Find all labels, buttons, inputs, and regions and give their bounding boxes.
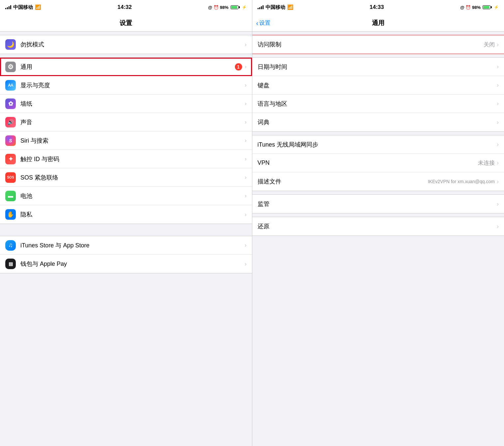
profile-label: 描述文件 (258, 178, 428, 185)
gear-icon (8, 63, 14, 71)
rgap4 (252, 213, 504, 217)
list-item-battery[interactable]: ▬ 电池 › (0, 187, 252, 205)
touchid-chevron: › (245, 155, 247, 162)
left-status-left: 中国移动 📶 (5, 4, 41, 11)
siri-icon: S (5, 135, 16, 146)
datetime-chevron: › (497, 63, 499, 70)
left-section2: 通用 1 › AA 显示与亮度 › ✿ 墙纸 › 🔊 声音 › (0, 57, 252, 224)
privacy-label: 隐私 (20, 210, 245, 218)
reset-chevron: › (497, 223, 499, 230)
left-status-bar: 中国移动 📶 14:32 @ ⏰ 98% ⚡ (0, 0, 252, 14)
wallpaper-icon: ✿ (5, 98, 16, 109)
general-label: 通用 (20, 63, 235, 71)
sos-chevron: › (245, 174, 247, 181)
right-section2: 日期与时间 › 键盘 › 语言与地区 › 词典 › (252, 57, 504, 132)
dnd-chevron: › (245, 41, 247, 48)
left-nav-bar: 设置 (0, 14, 252, 32)
list-item-supervision[interactable]: 监管 › (252, 195, 504, 213)
rgap2 (252, 132, 504, 135)
list-item-display[interactable]: AA 显示与亮度 › (0, 76, 252, 95)
language-label: 语言与地区 (258, 100, 497, 108)
sos-label: SOS 紧急联络 (20, 174, 245, 181)
itunes-chevron: › (245, 242, 247, 249)
dnd-icon: 🌙 (5, 39, 16, 50)
sounds-icon: 🔊 (5, 117, 16, 127)
display-label: 显示与亮度 (20, 81, 245, 89)
vpn-label: VPN (258, 159, 478, 166)
fangwen-chevron: › (497, 41, 499, 48)
general-icon (5, 62, 16, 72)
right-time: 14:33 (370, 4, 384, 11)
rgap3 (252, 191, 504, 194)
right-signal-bars (258, 5, 264, 9)
dictionary-chevron: › (497, 119, 499, 126)
profile-value: IKEv2VPN for xm.xuan@qq.com (428, 179, 495, 184)
right-nav-title: 通用 (372, 19, 384, 27)
right-section-fangwen: 访问限制 关闭 › (252, 35, 504, 54)
wallpaper-chevron: › (245, 100, 247, 107)
left-time: 14:32 (118, 4, 132, 11)
back-chevron-icon: ‹ (256, 20, 259, 26)
sounds-label: 声音 (20, 118, 245, 126)
list-item-general[interactable]: 通用 1 › (0, 58, 252, 76)
list-item-dictionary[interactable]: 词典 › (252, 113, 504, 131)
list-item-profile[interactable]: 描述文件 IKEv2VPN for xm.xuan@qq.com › (252, 172, 504, 191)
itunes-icon: ♫ (5, 240, 16, 251)
list-item-wallet[interactable]: ▤ 钱包与 Apple Pay › (0, 255, 252, 273)
list-item-sos[interactable]: SOS SOS 紧急联络 › (0, 168, 252, 187)
battery-label: 电池 (20, 192, 245, 200)
list-item-itunes-sync[interactable]: iTunes 无线局域网同步 › (252, 135, 504, 154)
right-section5: 还原 › (252, 217, 504, 236)
datetime-label: 日期与时间 (258, 63, 497, 71)
language-chevron: › (497, 100, 499, 107)
list-item-siri[interactable]: S Siri 与搜索 › (0, 131, 252, 150)
privacy-icon: ✋ (5, 209, 16, 220)
right-status-right: @ ⏰ 98% ⚡ (460, 5, 499, 10)
signal-bars (5, 5, 11, 9)
carrier-right: 中国移动 (266, 4, 285, 11)
list-item-privacy[interactable]: ✋ 隐私 › (0, 205, 252, 224)
right-nav-bar: ‹ 设置 通用 (252, 14, 504, 32)
vpn-value: 未连接 (478, 159, 495, 167)
list-item-reset[interactable]: 还原 › (252, 217, 504, 236)
list-item-wallpaper[interactable]: ✿ 墙纸 › (0, 95, 252, 113)
list-item-language[interactable]: 语言与地区 › (252, 95, 504, 113)
general-chevron: › (245, 63, 247, 70)
list-item-touchid[interactable]: ✦ 触控 ID 与密码 › (0, 150, 252, 168)
wifi-icon: 📶 (35, 4, 41, 10)
display-chevron: › (245, 82, 247, 89)
siri-chevron: › (245, 137, 247, 144)
itunes-label: iTunes Store 与 App Store (20, 241, 245, 249)
list-item-dnd[interactable]: 🌙 勿扰模式 › (0, 35, 252, 54)
list-item-fangwen[interactable]: 访问限制 关闭 › (252, 35, 504, 54)
supervision-label: 监管 (258, 200, 497, 208)
list-item-vpn[interactable]: VPN 未连接 › (252, 154, 504, 172)
dictionary-label: 词典 (258, 118, 497, 126)
itunes-sync-label: iTunes 无线局域网同步 (258, 141, 497, 149)
bolt-icon: ⚡ (242, 5, 247, 10)
touchid-label: 触控 ID 与密码 (20, 155, 245, 163)
profile-chevron: › (497, 178, 499, 185)
left-section3: ♫ iTunes Store 与 App Store › ▤ 钱包与 Apple… (0, 236, 252, 273)
keyboard-label: 键盘 (258, 81, 497, 89)
battery-icon-right (483, 5, 492, 9)
siri-label: Siri 与搜索 (20, 137, 245, 145)
keyboard-chevron: › (497, 82, 499, 89)
carrier-left: 中国移动 (13, 4, 33, 11)
left-panel: 中国移动 📶 14:32 @ ⏰ 98% ⚡ 设置 🌙 勿扰模式 › (0, 0, 252, 446)
back-label: 设置 (259, 19, 270, 27)
touchid-icon: ✦ (5, 154, 16, 164)
right-bolt-icon: ⚡ (494, 5, 499, 10)
list-item-keyboard[interactable]: 键盘 › (252, 76, 504, 95)
back-button[interactable]: ‹ 设置 (256, 19, 271, 27)
rgap1 (252, 54, 504, 57)
list-item-datetime[interactable]: 日期与时间 › (252, 58, 504, 76)
right-panel: 中国移动 📶 14:33 @ ⏰ 98% ⚡ ‹ 设置 通用 访问限制 关闭 › (252, 0, 504, 446)
rgap0 (252, 32, 504, 35)
left-nav-title: 设置 (120, 19, 132, 27)
list-item-itunes[interactable]: ♫ iTunes Store 与 App Store › (0, 236, 252, 255)
list-item-sounds[interactable]: 🔊 声音 › (0, 113, 252, 131)
itunes-sync-chevron: › (497, 141, 499, 148)
sounds-chevron: › (245, 119, 247, 125)
sos-icon: SOS (5, 172, 16, 183)
